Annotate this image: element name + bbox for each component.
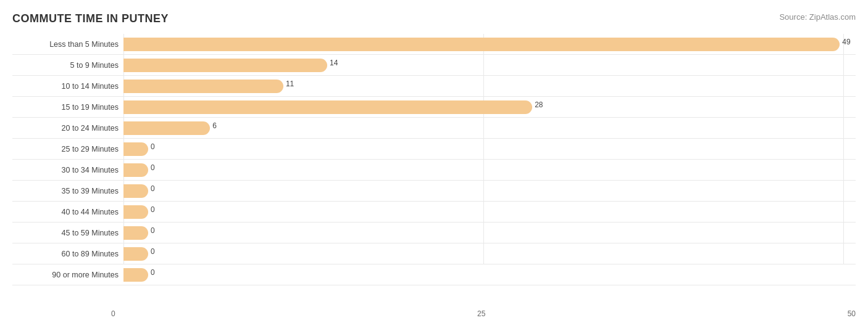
bar-row: Less than 5 Minutes49 — [12, 34, 856, 55]
bar-row: 5 to 9 Minutes14 — [12, 55, 856, 76]
bar-fill: 0 — [123, 268, 148, 282]
bar-value: 0 — [151, 205, 155, 214]
bar-fill: 0 — [123, 163, 148, 177]
bar-track: 11 — [123, 76, 856, 96]
bar-row: 15 to 19 Minutes28 — [12, 97, 856, 118]
bar-value: 28 — [535, 100, 543, 109]
bar-fill: 28 — [123, 100, 532, 114]
bar-row: 10 to 14 Minutes11 — [12, 76, 856, 97]
bar-fill: 0 — [123, 205, 148, 219]
bar-label: 5 to 9 Minutes — [12, 61, 123, 70]
bar-track: 0 — [123, 264, 856, 285]
bar-track: 0 — [123, 139, 856, 159]
bar-label: 30 to 34 Minutes — [12, 166, 123, 174]
bar-fill: 6 — [123, 121, 210, 135]
bar-label: 35 to 39 Minutes — [12, 187, 123, 195]
bar-fill: 14 — [123, 59, 327, 72]
bar-fill: 0 — [123, 184, 148, 198]
bar-label: 10 to 14 Minutes — [12, 82, 123, 91]
bar-value: 11 — [286, 80, 294, 88]
bar-row: 90 or more Minutes0 — [12, 264, 856, 285]
bar-label: 40 to 44 Minutes — [12, 208, 123, 216]
bar-label: 25 to 29 Minutes — [12, 145, 123, 153]
bar-value: 0 — [151, 268, 155, 277]
bars-area: Less than 5 Minutes495 to 9 Minutes1410 … — [12, 34, 856, 283]
bar-label: Less than 5 Minutes — [12, 40, 123, 49]
x-label-0: 0 — [111, 309, 115, 318]
bar-fill: 11 — [123, 80, 283, 93]
bar-label: 15 to 19 Minutes — [12, 103, 123, 112]
x-label-25: 25 — [477, 309, 485, 318]
chart-title: COMMUTE TIME IN PUTNEY — [12, 12, 856, 25]
bar-value: 6 — [212, 121, 217, 130]
bar-track: 28 — [123, 97, 856, 117]
x-axis: 0 25 50 — [111, 309, 856, 318]
bar-track: 14 — [123, 55, 856, 75]
bar-row: 60 to 89 Minutes0 — [12, 243, 856, 264]
bar-track: 49 — [123, 34, 856, 54]
bar-track: 0 — [123, 243, 856, 264]
bar-fill: 0 — [123, 247, 148, 261]
bar-row: 40 to 44 Minutes0 — [12, 202, 856, 223]
bar-value: 0 — [151, 163, 155, 172]
bar-label: 45 to 59 Minutes — [12, 229, 123, 237]
bar-value: 0 — [151, 226, 155, 235]
bar-label: 90 or more Minutes — [12, 271, 123, 279]
source-text: Source: ZipAtlas.com — [779, 12, 856, 22]
bar-track: 6 — [123, 118, 856, 138]
chart-container: COMMUTE TIME IN PUTNEY Source: ZipAtlas.… — [0, 0, 868, 323]
bar-fill: 0 — [123, 226, 148, 240]
bar-value: 0 — [151, 142, 155, 151]
bar-track: 0 — [123, 181, 856, 201]
bar-value: 49 — [842, 38, 850, 46]
bar-track: 0 — [123, 223, 856, 243]
bar-row: 25 to 29 Minutes0 — [12, 139, 856, 160]
bar-row: 30 to 34 Minutes0 — [12, 160, 856, 181]
bar-track: 0 — [123, 202, 856, 222]
bar-fill: 0 — [123, 142, 148, 156]
x-label-50: 50 — [848, 309, 856, 318]
bar-row: 35 to 39 Minutes0 — [12, 181, 856, 202]
bar-value: 0 — [151, 247, 155, 256]
bar-fill: 49 — [123, 38, 840, 51]
bar-row: 45 to 59 Minutes0 — [12, 223, 856, 243]
bar-value: 0 — [151, 184, 155, 193]
bar-row: 20 to 24 Minutes6 — [12, 118, 856, 139]
bar-track: 0 — [123, 160, 856, 180]
bar-value: 14 — [330, 59, 338, 67]
bar-label: 20 to 24 Minutes — [12, 124, 123, 133]
bar-label: 60 to 89 Minutes — [12, 250, 123, 258]
